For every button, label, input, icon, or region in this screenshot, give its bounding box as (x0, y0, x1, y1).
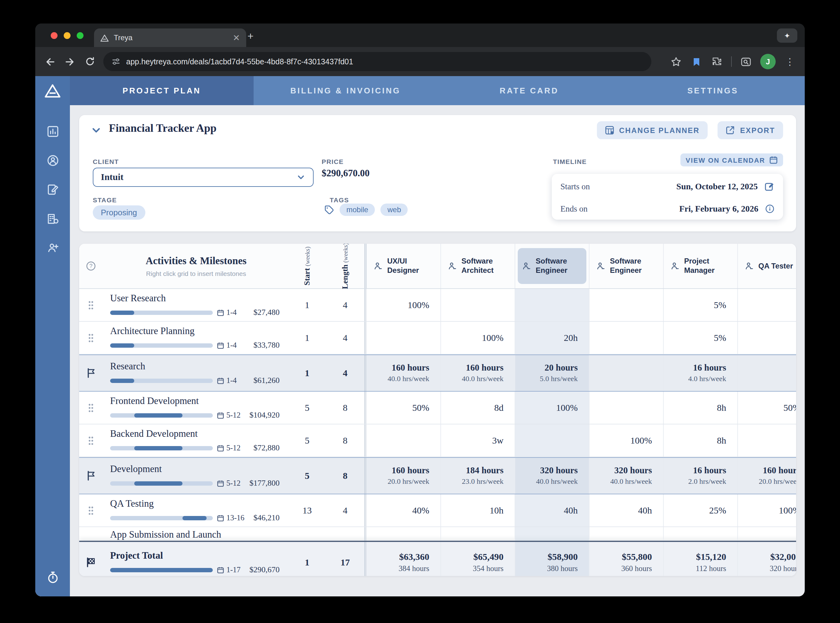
browser-menu-icon[interactable]: ⋮ (784, 55, 796, 68)
analytics-icon[interactable] (46, 124, 60, 138)
add-user-icon[interactable] (46, 241, 60, 254)
activity-cell[interactable]: Architecture Planning1-4$33,780 (103, 322, 288, 354)
window-minimize-button[interactable] (64, 32, 71, 39)
length-weeks-cell[interactable]: 17 (326, 542, 364, 576)
grid-cell[interactable]: $58,900380 hours (515, 542, 589, 576)
grid-cell[interactable] (589, 527, 663, 541)
project-total-row[interactable]: Project Total1-17$290,670117$63,360384 h… (79, 541, 796, 576)
new-tab-button[interactable]: + (243, 29, 258, 44)
role-column-header-software-architect[interactable]: Software Architect (440, 244, 515, 288)
back-icon[interactable] (44, 55, 56, 68)
grid-cell[interactable] (663, 527, 737, 541)
grid-cell[interactable] (366, 527, 440, 541)
activity-cell[interactable]: Project Total1-17$290,670 (103, 542, 288, 576)
activity-cell[interactable]: Development5-12$177,800 (103, 458, 288, 494)
activity-row-research[interactable]: Research1-4$61,26014160 hours40.0 hrs/we… (79, 354, 796, 391)
grid-cell[interactable] (737, 322, 796, 354)
grid-cell[interactable]: 100% (589, 424, 663, 457)
export-button[interactable]: EXPORT (718, 121, 783, 139)
grid-cell[interactable]: 320 hours40.0 hrs/week (515, 458, 589, 494)
grid-cell[interactable]: 100% (366, 289, 440, 321)
grid-cell[interactable]: 5% (663, 322, 737, 354)
grid-cell[interactable] (737, 289, 796, 321)
tag-pill-web[interactable]: web (381, 204, 408, 216)
deals-icon[interactable] (46, 183, 60, 196)
bookmark-star-icon[interactable] (670, 55, 682, 68)
treya-logo[interactable] (44, 76, 61, 105)
grid-cell[interactable]: 184 hours23.0 hrs/week (440, 458, 515, 494)
start-weeks-cell[interactable]: 1 (288, 355, 326, 391)
view-on-calendar-button[interactable]: VIEW ON CALENDAR (680, 153, 783, 166)
activity-row-user-research[interactable]: User Research1-4$27,48014100%5% (79, 289, 796, 322)
drag-handle-icon[interactable] (79, 391, 103, 424)
timer-icon[interactable] (46, 571, 60, 584)
role-column-header-qa-tester[interactable]: QA Tester (737, 244, 796, 288)
role-column-header-project-manager[interactable]: Project Manager (663, 244, 737, 288)
start-weeks-cell[interactable]: 5 (288, 424, 326, 457)
grid-cell[interactable]: 160 hours20.0 hrs/week (366, 458, 440, 494)
grid-cell[interactable] (737, 355, 796, 391)
stage-pill[interactable]: Proposing (93, 206, 145, 219)
checkered-flag-icon[interactable] (79, 542, 103, 576)
grid-cell[interactable]: 5% (663, 289, 737, 321)
tab-organizer-icon[interactable]: ✦ (777, 28, 797, 43)
grid-cell[interactable]: 160 hours20.0 hrs/week (737, 458, 796, 494)
change-planner-button[interactable]: CHANGE PLANNER (597, 121, 708, 139)
grid-cell[interactable] (737, 527, 796, 541)
grid-cell[interactable] (515, 424, 589, 457)
length-weeks-cell[interactable]: 8 (326, 424, 364, 457)
grid-cell[interactable]: 8h (663, 391, 737, 424)
tag-pill-mobile[interactable]: mobile (340, 204, 375, 216)
activity-cell[interactable]: Frontend Development5-12$104,920 (103, 391, 288, 424)
grid-cell[interactable]: $65,490354 hours (440, 542, 515, 576)
grid-cell[interactable]: 50% (366, 391, 440, 424)
nav-tab-settings[interactable]: SETTINGS (621, 76, 805, 105)
length-weeks-cell[interactable] (326, 527, 364, 541)
grid-cell[interactable] (589, 355, 663, 391)
start-weeks-cell[interactable]: 5 (288, 391, 326, 424)
start-weeks-cell[interactable] (288, 527, 326, 541)
tab-search-icon[interactable] (740, 55, 752, 68)
grid-cell[interactable]: 16 hours4.0 hrs/week (663, 355, 737, 391)
milestone-flag-icon[interactable] (79, 355, 103, 391)
activity-row-qa-testing[interactable]: QA Testing13-16$46,21013440%10h40h40h25%… (79, 494, 796, 527)
grid-cell[interactable] (366, 322, 440, 354)
grid-cell[interactable]: 320 hours40.0 hrs/week (589, 458, 663, 494)
clients-icon[interactable] (46, 153, 60, 167)
tab-close-icon[interactable]: ✕ (233, 34, 240, 42)
browser-tab[interactable]: Treya ✕ (94, 28, 246, 47)
grid-cell[interactable] (589, 289, 663, 321)
grid-cell[interactable]: 160 hours40.0 hrs/week (366, 355, 440, 391)
grid-cell[interactable] (440, 289, 515, 321)
grid-cell[interactable]: 20 hours5.0 hrs/week (515, 355, 589, 391)
activity-cell[interactable]: QA Testing13-16$46,210 (103, 494, 288, 526)
start-weeks-cell[interactable]: 1 (288, 322, 326, 354)
start-weeks-cell[interactable]: 1 (288, 542, 326, 576)
activity-cell[interactable]: App Submission and Launch (103, 527, 288, 541)
grid-cell[interactable]: 25% (663, 494, 737, 526)
activity-cell[interactable]: Research1-4$61,260 (103, 355, 288, 391)
grid-cell[interactable]: 100% (440, 322, 515, 354)
grid-cell[interactable] (589, 322, 663, 354)
grid-cell[interactable]: 40h (515, 494, 589, 526)
grid-cell[interactable] (366, 424, 440, 457)
activity-row-architecture-planning[interactable]: Architecture Planning1-4$33,78014100%20h… (79, 322, 796, 354)
drag-handle-icon[interactable] (79, 424, 103, 457)
nav-tab-billing-invoicing[interactable]: BILLING & INVOICING (254, 76, 437, 105)
extensions-icon[interactable] (711, 55, 723, 68)
forward-icon[interactable] (64, 55, 76, 68)
grid-cell[interactable] (440, 527, 515, 541)
client-select[interactable]: Intuit (93, 168, 314, 187)
site-info-icon[interactable] (111, 57, 121, 66)
nav-tab-project-plan[interactable]: PROJECT PLAN (70, 76, 254, 105)
grid-cell[interactable]: $55,800360 hours (589, 542, 663, 576)
grid-cell[interactable] (515, 527, 589, 541)
length-weeks-cell[interactable]: 4 (326, 289, 364, 321)
activity-row-frontend-development[interactable]: Frontend Development5-12$104,9205850%8d1… (79, 391, 796, 424)
window-zoom-button[interactable] (77, 32, 83, 39)
grid-cell[interactable] (589, 391, 663, 424)
drag-handle-icon[interactable] (79, 289, 103, 321)
grid-cell[interactable]: 8d (440, 391, 515, 424)
grid-cell[interactable]: $15,120112 hours (663, 542, 737, 576)
edit-start-date-icon[interactable] (765, 181, 774, 192)
